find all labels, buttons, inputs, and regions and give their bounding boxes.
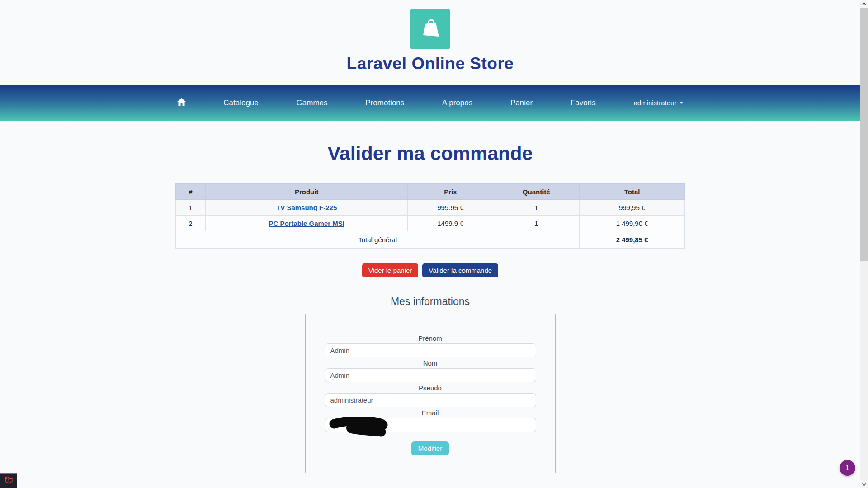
chat-badge-count: 1 — [845, 464, 849, 472]
header-prix: Prix — [408, 184, 493, 200]
page: Laravel Online Store Catalogue Gammes Pr… — [0, 0, 860, 488]
table-row: 1 TV Samsung F-225 999.95 € 1 999,95 € — [176, 200, 685, 216]
header-produit: Produit — [205, 184, 408, 200]
email-label: Email — [325, 408, 536, 417]
field-nom: Nom — [325, 359, 536, 382]
table-footer-row: Total général 2 499,85 € — [176, 231, 685, 249]
prenom-label: Prénom — [325, 334, 536, 343]
laravel-debugbar-button[interactable] — [0, 473, 17, 488]
grand-total-value: 2 499,85 € — [580, 231, 685, 249]
pseudo-field[interactable] — [325, 393, 536, 407]
nav-link-favoris[interactable]: Favoris — [571, 99, 596, 108]
scroll-down-button[interactable] — [860, 480, 868, 488]
nav-home-link[interactable] — [177, 98, 186, 108]
field-email: Email — [325, 408, 536, 432]
header-num: # — [176, 184, 206, 200]
total-general-label: Total général — [176, 231, 580, 249]
site-header: Laravel Online Store — [0, 0, 860, 73]
field-pseudo: Pseudo — [325, 384, 536, 407]
user-info-form: Prénom Nom Pseudo Email — [305, 314, 556, 473]
scrollbar-thumb[interactable] — [860, 8, 868, 261]
brand-title: Laravel Online Store — [0, 54, 860, 73]
cart-table: # Produit Prix Quantité Total 1 TV Samsu… — [175, 183, 685, 249]
chevron-down-icon — [679, 102, 683, 104]
product-link-pc-portable[interactable]: PC Portable Gamer MSI — [269, 220, 344, 227]
table-row: 2 PC Portable Gamer MSI 1499.9 € 1 1 499… — [176, 216, 685, 231]
header-quantite: Quantité — [493, 184, 580, 200]
user-dropdown[interactable]: administrateur — [633, 99, 683, 107]
prenom-field[interactable] — [325, 343, 536, 357]
nom-label: Nom — [325, 359, 536, 367]
row-total: 999,95 € — [580, 200, 685, 216]
pseudo-label: Pseudo — [325, 384, 536, 392]
nom-field[interactable] — [325, 368, 536, 382]
page-title: Valider ma commande — [0, 142, 860, 164]
home-icon — [177, 98, 186, 108]
nav-link-catalogue[interactable]: Catalogue — [223, 99, 259, 108]
header-total: Total — [580, 184, 685, 200]
laravel-logo-icon — [4, 476, 14, 487]
nav-link-gammes[interactable]: Gammes — [297, 99, 328, 108]
row-price: 999.95 € — [408, 200, 493, 216]
chat-notification-badge[interactable]: 1 — [840, 460, 855, 476]
validate-order-button[interactable]: Valider la commande — [422, 263, 498, 277]
scroll-up-button[interactable] — [860, 0, 868, 8]
cart-table-header-row: # Produit Prix Quantité Total — [176, 184, 685, 200]
modify-button[interactable]: Modifier — [411, 441, 449, 455]
user-dropdown-label: administrateur — [633, 99, 676, 107]
clear-cart-button[interactable]: Vider le panier — [362, 263, 418, 277]
shopping-bag-icon — [417, 15, 443, 43]
chevron-down-icon — [862, 483, 867, 486]
nav-link-panier[interactable]: Panier — [510, 99, 533, 108]
vertical-scrollbar[interactable] — [860, 0, 868, 488]
row-total: 1 499,90 € — [580, 216, 685, 231]
row-quantity: 1 — [493, 200, 580, 216]
product-link-tv-samsung[interactable]: TV Samsung F-225 — [276, 204, 337, 211]
row-index: 1 — [176, 200, 206, 216]
user-info-title: Mes informations — [0, 296, 860, 308]
main-navbar: Catalogue Gammes Promotions A propos Pan… — [0, 85, 860, 121]
cart-actions: Vider le panier Valider la commande — [0, 263, 860, 277]
field-prenom: Prénom — [325, 334, 536, 357]
nav-link-promotions[interactable]: Promotions — [365, 99, 404, 108]
row-quantity: 1 — [493, 216, 580, 231]
email-field[interactable] — [325, 418, 536, 432]
store-logo[interactable] — [410, 9, 450, 49]
row-price: 1499.9 € — [408, 216, 493, 231]
nav-link-a-propos[interactable]: A propos — [442, 99, 472, 108]
row-index: 2 — [176, 216, 206, 231]
navbar-inner: Catalogue Gammes Promotions A propos Pan… — [177, 98, 684, 108]
chevron-up-icon — [862, 2, 867, 6]
